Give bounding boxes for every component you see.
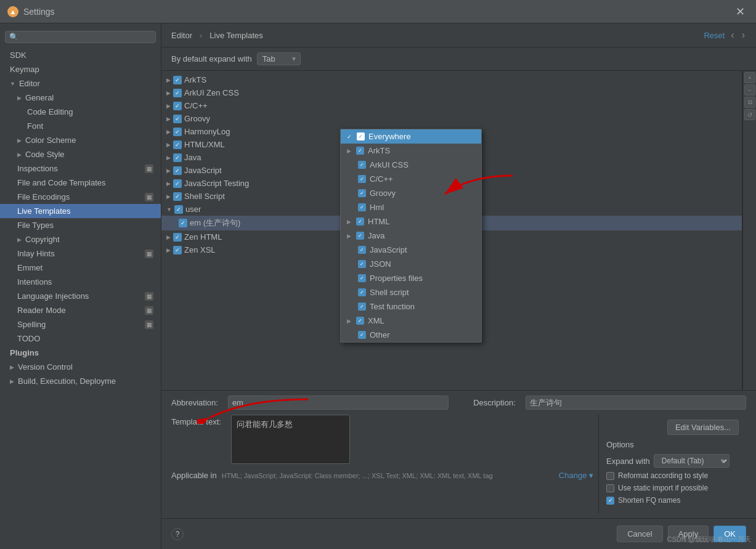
chevron-right-icon: ▶ <box>166 234 171 240</box>
dropdown-item-properties[interactable]: ✓ Properties files <box>341 271 481 285</box>
sidebar-item-editor[interactable]: ▼ Editor <box>0 76 161 91</box>
group-arkui-zen-css[interactable]: ▶ ✓ ArkUI Zen CSS <box>161 86 742 99</box>
chevron-down-icon: ▼ <box>166 206 172 213</box>
context-dropdown: ✓ ✓ Everywhere ▶ ✓ ArkTS ✓ ArkUI CSS <box>340 129 482 343</box>
sidebar-item-keymap[interactable]: Keymap <box>0 62 161 76</box>
expand-with-select[interactable]: Tab Enter Space <box>257 52 301 65</box>
dropdown-item-groovy[interactable]: ✓ Groovy <box>341 186 481 200</box>
sidebar-item-color-scheme[interactable]: ▶ Color Scheme <box>0 133 161 147</box>
chevron-right-icon: ▶ <box>166 90 171 96</box>
dropdown-item-javascript[interactable]: ✓ JavaScript <box>341 243 481 257</box>
expand-with-row: Expand with Default (Tab) Tab Enter Spac… <box>606 454 739 468</box>
chevron-right-icon: ▶ <box>10 364 14 370</box>
sidebar-item-todo[interactable]: TODO <box>0 331 161 346</box>
watermark: CSDN @我玩瑞 卷山一万天 <box>667 535 751 544</box>
dropdown-item-java[interactable]: ▶ ✓ Java <box>341 229 481 243</box>
sidebar-item-version-control[interactable]: ▶ Version Control <box>0 360 161 374</box>
sidebar-item-code-editing[interactable]: Code Editing <box>0 105 161 119</box>
check-icon: ✓ <box>173 153 182 162</box>
copy-template-button[interactable]: ⧉ <box>744 97 755 108</box>
shorten-fq-checkbox[interactable] <box>606 497 614 505</box>
chevron-right-icon: ▶ <box>166 155 171 161</box>
sidebar: 🔍 SDK Keymap ▼ Editor ▶ General <box>0 23 161 549</box>
sidebar-item-intentions[interactable]: Intentions <box>0 275 161 289</box>
sidebar-item-inspections[interactable]: Inspections ▦ <box>0 161 161 176</box>
dropdown-item-other[interactable]: ✓ Other <box>341 328 481 342</box>
back-button[interactable]: ‹ <box>730 30 735 41</box>
sidebar-item-emmet[interactable]: Emmet <box>0 261 161 275</box>
sidebar-item-live-templates[interactable]: Live Templates <box>0 204 161 218</box>
cancel-button[interactable]: Cancel <box>617 526 662 542</box>
breadcrumb-current: Live Templates <box>209 31 262 40</box>
check-icon: ✓ <box>173 140 182 149</box>
sidebar-item-language-injections[interactable]: Language Injections ▦ <box>0 289 161 303</box>
expand-label: By default expand with <box>171 54 252 63</box>
change-link[interactable]: Change ▾ <box>559 471 593 480</box>
group-label: Zen HTML <box>184 232 222 242</box>
dropdown-item-xml[interactable]: ▶ ✓ XML <box>341 314 481 328</box>
template-text-input[interactable]: 问君能有几多愁 <box>231 415 350 464</box>
dropdown-item-shell[interactable]: ✓ Shell script <box>341 285 481 299</box>
sidebar-item-general[interactable]: ▶ General <box>0 91 161 105</box>
sidebar-item-label: File Encodings <box>17 192 70 201</box>
group-cpp[interactable]: ▶ ✓ C/C++ <box>161 99 742 112</box>
chevron-right-icon: ▶ <box>166 181 171 187</box>
search-box[interactable]: 🔍 <box>5 31 156 43</box>
add-template-button[interactable]: + <box>744 72 755 83</box>
static-import-checkbox[interactable] <box>606 484 614 492</box>
expand-with-label: Expand with <box>606 457 650 466</box>
abbreviation-input[interactable] <box>228 396 449 410</box>
help-button[interactable]: ? <box>171 528 184 540</box>
search-input[interactable] <box>21 33 152 41</box>
group-groovy[interactable]: ▶ ✓ Groovy <box>161 112 742 125</box>
sidebar-item-build-execution[interactable]: ▶ Build, Execution, Deployme <box>0 374 161 388</box>
sidebar-item-file-encodings[interactable]: File Encodings ▦ <box>0 190 161 204</box>
sidebar-item-font[interactable]: Font <box>0 119 161 133</box>
close-button[interactable]: ✕ <box>732 4 749 20</box>
shorten-fq-row: Shorten FQ names <box>606 496 739 505</box>
chevron-right-icon: ▶ <box>166 193 171 200</box>
dropdown-item-json[interactable]: ✓ JSON <box>341 257 481 271</box>
check-icon: ✓ <box>173 128 182 136</box>
sidebar-item-plugins[interactable]: Plugins <box>0 346 161 360</box>
remove-template-button[interactable]: − <box>744 84 755 96</box>
dropdown-item-html[interactable]: ▶ ✓ HTML <box>341 214 481 229</box>
reset-template-button[interactable]: ↺ <box>744 109 755 120</box>
dropdown-item-arkts[interactable]: ▶ ✓ ArkTS <box>341 144 481 158</box>
sidebar-item-file-code-templates[interactable]: File and Code Templates <box>0 176 161 190</box>
forward-button[interactable]: › <box>741 30 746 41</box>
dropdown-item-label: Groovy <box>370 189 396 198</box>
dropdown-item-everywhere[interactable]: ✓ ✓ Everywhere <box>341 129 481 144</box>
expand-with-options[interactable]: Default (Tab) Tab Enter Space <box>654 454 730 468</box>
chevron-right-icon: ▶ <box>166 168 171 174</box>
description-input[interactable] <box>526 396 746 410</box>
sidebar-item-inlay-hints[interactable]: Inlay Hints ▦ <box>0 246 161 261</box>
edit-variables-button[interactable]: Edit Variables... <box>667 420 739 435</box>
check-icon: ✓ <box>179 219 187 227</box>
reformat-checkbox[interactable] <box>606 472 614 480</box>
group-arkts[interactable]: ▶ ✓ ArkTS <box>161 73 742 86</box>
dropdown-item-hml[interactable]: ✓ Hml <box>341 200 481 214</box>
dropdown-item-arkui-css[interactable]: ✓ ArkUI CSS <box>341 158 481 172</box>
sidebar-item-label: Inspections <box>17 164 58 173</box>
reset-button[interactable]: Reset <box>704 31 725 40</box>
reformat-label: Reformat according to style <box>618 471 708 480</box>
main-content: Editor › Live Templates Reset ‹ › By def… <box>161 23 756 549</box>
dropdown-item-label: Other <box>370 330 390 340</box>
check-icon-small: ✓ <box>357 132 365 140</box>
dropdown-item-label: Properties files <box>370 274 423 283</box>
breadcrumb-editor: Editor <box>171 31 192 40</box>
check-icon: ✓ <box>173 179 182 188</box>
sidebar-item-spelling[interactable]: Spelling ▦ <box>0 317 161 331</box>
template-text-wrapper: 问君能有几多愁 <box>231 415 593 466</box>
sidebar-item-sdk[interactable]: SDK <box>0 48 161 62</box>
sidebar-item-file-types[interactable]: File Types <box>0 218 161 232</box>
header-actions: Reset ‹ › <box>704 30 746 41</box>
sidebar-item-reader-mode[interactable]: Reader Mode ▦ <box>0 303 161 317</box>
dropdown-item-cpp[interactable]: ✓ C/C++ <box>341 172 481 186</box>
sidebar-item-code-style[interactable]: ▶ Code Style <box>0 147 161 161</box>
sidebar-item-copyright[interactable]: ▶ Copyright <box>0 232 161 246</box>
chevron-right-icon: ▶ <box>166 103 171 109</box>
template-text-row: Template text: 问君能有几多愁 <box>171 415 593 466</box>
dropdown-item-test-func[interactable]: ✓ Test function <box>341 299 481 314</box>
